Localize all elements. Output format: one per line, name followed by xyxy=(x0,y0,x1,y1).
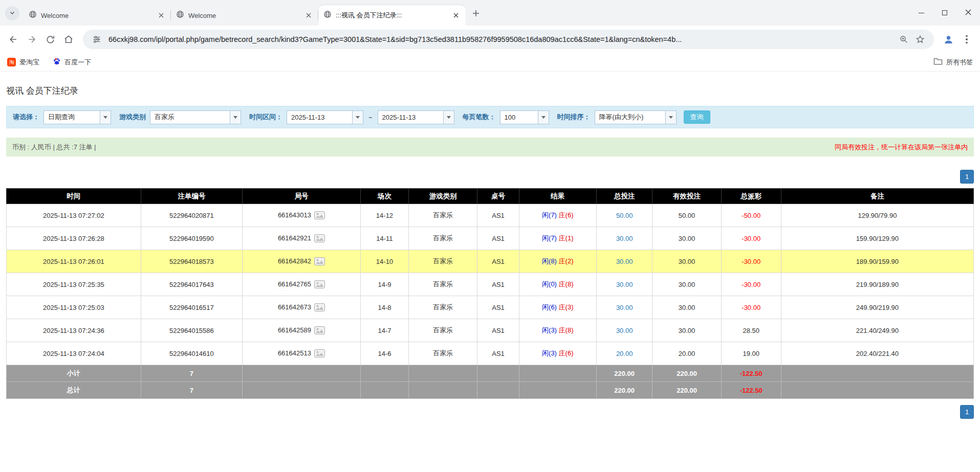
chevron-down-icon[interactable] xyxy=(100,111,111,124)
baidu-paw-icon xyxy=(53,57,61,68)
round-result-icon[interactable] xyxy=(314,280,325,288)
round-result-icon[interactable] xyxy=(314,326,325,334)
page-size-select[interactable]: 100 xyxy=(500,110,549,124)
cell-session: 14-7 xyxy=(360,319,409,342)
all-bookmarks-button[interactable]: 所有书签 xyxy=(933,57,973,67)
cell-time: 2025-11-13 07:24:04 xyxy=(7,342,141,365)
sort-select[interactable]: 降幂(由大到小) xyxy=(595,110,677,124)
cell-total-bet[interactable]: 50.00 xyxy=(596,204,652,227)
bookmark-baidu[interactable]: 百度一下 xyxy=(53,57,91,68)
bookmark-aitaobao[interactable]: 淘 爱淘宝 xyxy=(7,58,39,67)
globe-icon xyxy=(176,10,184,20)
home-button[interactable] xyxy=(59,30,78,49)
cell-payout: -30.00 xyxy=(721,273,781,296)
search-button[interactable]: 查询 xyxy=(684,110,710,124)
taobao-icon: 淘 xyxy=(7,58,16,66)
summary-bar: 币别 : 人民币 | 总共 :7 注单 | 同局有效投注，统一计算在该局第一张注… xyxy=(6,138,974,156)
tab-close-icon[interactable] xyxy=(157,11,166,20)
column-header: 结果 xyxy=(519,189,596,204)
column-header: 时间 xyxy=(7,189,141,204)
summary-cell xyxy=(360,382,409,399)
forward-button[interactable] xyxy=(23,30,41,49)
three-dot-menu-icon xyxy=(966,35,968,44)
cell-note: 159.90/129.90 xyxy=(781,227,973,250)
pagination-top: 1 xyxy=(6,170,974,184)
tab-close-icon[interactable] xyxy=(304,11,313,20)
cell-total-bet[interactable]: 30.00 xyxy=(596,273,652,296)
cell-total-bet[interactable]: 30.00 xyxy=(596,250,652,273)
cell-table-number: AS1 xyxy=(477,273,519,296)
result-banker: 庄(2) xyxy=(559,257,574,265)
round-number: 661642765 xyxy=(278,280,311,288)
page-number-button[interactable]: 1 xyxy=(960,170,974,184)
summary-cell xyxy=(409,382,477,399)
cell-bet-id: 522964019590 xyxy=(141,227,242,250)
maximize-button[interactable] xyxy=(933,0,956,26)
url-text[interactable]: 66cxkj98.com/ipl/portal.php/game/betreco… xyxy=(108,35,894,43)
browser-tab-welcome-2[interactable]: Welcome xyxy=(171,5,318,26)
table-body: 2025-11-13 07:27:02522964020871661643013… xyxy=(7,204,974,365)
column-header: 桌号 xyxy=(477,189,519,204)
tab-search-button[interactable] xyxy=(5,6,19,20)
back-button[interactable] xyxy=(4,30,23,49)
cell-time: 2025-11-13 07:26:28 xyxy=(7,227,141,250)
cell-total-bet[interactable]: 20.00 xyxy=(596,342,652,365)
page-number-button[interactable]: 1 xyxy=(960,405,974,419)
chevron-down-icon[interactable] xyxy=(443,111,454,124)
result-player: 闲(3) xyxy=(542,349,557,357)
browser-tab-welcome-1[interactable]: Welcome xyxy=(24,5,171,26)
bet-row: 2025-11-13 07:25:03522964016517661642673… xyxy=(7,296,974,319)
cell-time: 2025-11-13 07:24:36 xyxy=(7,319,141,342)
round-number: 661642921 xyxy=(278,234,311,242)
cell-valid-bet: 20.00 xyxy=(652,342,721,365)
new-tab-button[interactable] xyxy=(469,7,483,21)
browser-tab-betrecord[interactable]: :::视讯 会员下注纪录::: xyxy=(318,5,466,26)
round-result-icon[interactable] xyxy=(314,303,325,311)
reload-button[interactable] xyxy=(41,30,59,49)
profile-avatar[interactable] xyxy=(939,30,957,49)
cell-note: 249.90/219.90 xyxy=(781,296,973,319)
zoom-icon[interactable] xyxy=(897,33,910,46)
address-bar[interactable]: 66cxkj98.com/ipl/portal.php/game/betreco… xyxy=(83,30,934,49)
bet-row: 2025-11-13 07:24:36522964015586661642589… xyxy=(7,319,974,342)
date-to-value: 2025-11-13 xyxy=(378,114,443,121)
cell-table-number: AS1 xyxy=(477,250,519,273)
date-separator: ~ xyxy=(368,114,373,121)
menu-button[interactable] xyxy=(957,30,976,49)
bookmark-star-icon[interactable] xyxy=(913,33,927,46)
cell-note: 129.90/79.90 xyxy=(781,204,973,227)
cell-table-number: AS1 xyxy=(477,204,519,227)
date-from-select[interactable]: 2025-11-13 xyxy=(287,110,363,124)
minimize-button[interactable] xyxy=(909,0,933,26)
date-to-select[interactable]: 2025-11-13 xyxy=(378,110,454,124)
column-header: 总派彩 xyxy=(721,189,781,204)
query-type-select[interactable]: 日期查询 xyxy=(43,110,111,124)
cell-total-bet[interactable]: 30.00 xyxy=(596,227,652,250)
round-result-icon[interactable] xyxy=(314,211,325,219)
cell-total-bet[interactable]: 30.00 xyxy=(596,319,652,342)
round-result-icon[interactable] xyxy=(314,257,325,265)
close-button[interactable] xyxy=(956,0,980,26)
cell-total-bet[interactable]: 30.00 xyxy=(596,296,652,319)
chevron-down-icon[interactable] xyxy=(538,111,549,124)
round-result-icon[interactable] xyxy=(314,234,325,242)
round-number: 661642842 xyxy=(278,257,311,265)
cell-bet-id: 522964014610 xyxy=(141,342,242,365)
cell-session: 14-10 xyxy=(360,250,409,273)
cell-result: 闲(3) 庄(6) xyxy=(519,342,596,365)
grand-total-row: 总计7220.00220.00-122.50 xyxy=(7,382,974,399)
query-type-value: 日期查询 xyxy=(44,113,100,122)
site-settings-icon[interactable] xyxy=(90,33,103,46)
cell-valid-bet: 30.00 xyxy=(652,227,721,250)
chevron-down-icon[interactable] xyxy=(665,111,676,124)
cell-valid-bet: 30.00 xyxy=(652,319,721,342)
chevron-down-icon[interactable] xyxy=(230,111,241,124)
round-result-icon[interactable] xyxy=(314,349,325,357)
cell-time: 2025-11-13 07:25:03 xyxy=(7,296,141,319)
chevron-down-icon[interactable] xyxy=(352,111,363,124)
tab-bar: Welcome Welcome :::视讯 会员下注纪录::: xyxy=(0,0,980,26)
result-banker: 庄(8) xyxy=(559,326,574,334)
game-type-select[interactable]: 百家乐 xyxy=(150,110,241,124)
cell-session: 14-6 xyxy=(360,342,409,365)
tab-close-icon[interactable] xyxy=(451,11,461,20)
